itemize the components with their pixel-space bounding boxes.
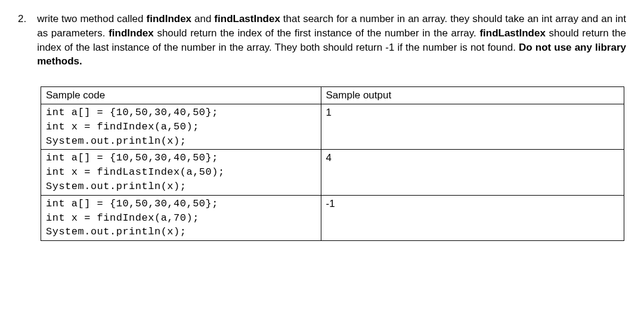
- sample-output-cell: 1: [321, 104, 624, 149]
- sample-code-cell: int a[] = {10,50,30,40,50}; int x = find…: [41, 150, 321, 195]
- question-number: 2.: [18, 12, 26, 69]
- question-block: 2. write two method called findIndex and…: [18, 12, 626, 69]
- question-text: write two method called findIndex and fi…: [37, 12, 626, 69]
- sample-output-cell: 4: [321, 150, 624, 195]
- method-name: findIndex: [147, 13, 192, 24]
- table-row: int a[] = {10,50,30,40,50}; int x = find…: [41, 104, 624, 149]
- sample-code-cell: int a[] = {10,50,30,40,50}; int x = find…: [41, 195, 321, 240]
- sample-output-cell: -1: [321, 195, 624, 240]
- header-sample-output: Sample output: [321, 87, 624, 104]
- method-name: findLastIndex: [479, 27, 546, 39]
- text-part: and: [191, 13, 214, 24]
- sample-table: Sample code Sample output int a[] = {10,…: [41, 86, 624, 241]
- sample-code-cell: int a[] = {10,50,30,40,50}; int x = find…: [41, 104, 321, 149]
- header-sample-code: Sample code: [41, 87, 321, 104]
- table-row: int a[] = {10,50,30,40,50}; int x = find…: [41, 195, 624, 240]
- text-part: write two method called: [37, 13, 146, 24]
- method-name: findIndex: [109, 27, 154, 39]
- text-part: should return the index of the first ins…: [154, 27, 480, 39]
- method-name: findLastIndex: [214, 13, 280, 24]
- table-row: int a[] = {10,50,30,40,50}; int x = find…: [41, 150, 624, 195]
- table-header-row: Sample code Sample output: [41, 87, 624, 104]
